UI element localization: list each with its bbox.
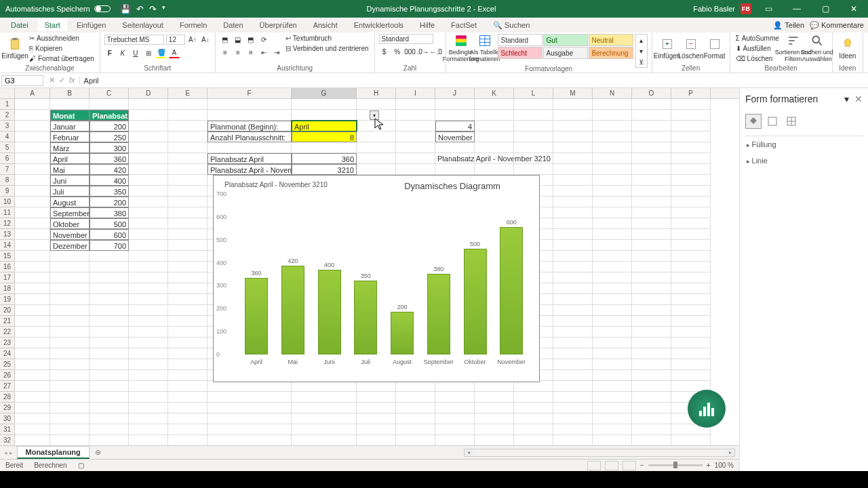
panel-dropdown-icon[interactable]: ▾ — [844, 94, 849, 104]
search-box[interactable]: 🔍Suchen — [486, 19, 536, 32]
cell[interactable] — [553, 131, 593, 142]
currency-icon[interactable]: $ — [379, 46, 390, 57]
cell[interactable] — [632, 348, 671, 359]
row-header[interactable]: 7 — [0, 164, 15, 175]
cell[interactable] — [129, 186, 168, 197]
cell[interactable]: Planabsatz — [90, 110, 129, 121]
cell[interactable]: 700 — [90, 240, 129, 251]
sheet-tab-active[interactable]: Monatsplanung — [17, 446, 90, 459]
cell[interactable] — [357, 153, 396, 164]
cell[interactable] — [632, 164, 671, 175]
cell[interactable] — [593, 186, 632, 197]
cell[interactable]: September — [50, 207, 90, 218]
cell[interactable] — [168, 110, 208, 121]
cell[interactable] — [514, 435, 553, 445]
cell[interactable] — [671, 175, 711, 186]
cell[interactable] — [475, 164, 514, 175]
cell[interactable] — [90, 294, 129, 305]
cell[interactable] — [632, 272, 671, 283]
cell[interactable] — [632, 392, 671, 403]
cell[interactable] — [15, 359, 50, 370]
cell[interactable] — [357, 164, 396, 175]
cell[interactable] — [553, 186, 593, 197]
indent-decrease-icon[interactable]: ⇤ — [258, 47, 269, 58]
cell[interactable] — [168, 424, 208, 435]
increase-font-icon[interactable]: A↑ — [187, 34, 198, 45]
cell[interactable] — [168, 283, 208, 294]
cell[interactable] — [168, 142, 208, 153]
cell[interactable] — [168, 197, 208, 207]
cell[interactable]: April — [50, 153, 90, 164]
cell[interactable] — [593, 370, 632, 381]
cell[interactable] — [129, 316, 168, 327]
column-header-L[interactable]: L — [514, 88, 553, 98]
cell[interactable] — [593, 283, 632, 294]
cell[interactable] — [671, 164, 711, 175]
cell[interactable] — [129, 370, 168, 381]
row-header[interactable]: 11 — [0, 207, 15, 218]
cell[interactable] — [396, 142, 435, 153]
cell[interactable] — [90, 99, 129, 110]
macro-record-icon[interactable]: ▢ — [78, 462, 84, 469]
cell[interactable] — [593, 424, 632, 435]
cell[interactable]: 600 — [90, 229, 129, 240]
cell[interactable] — [15, 327, 50, 338]
style-schlecht[interactable]: Schlecht — [498, 47, 542, 59]
cell[interactable] — [593, 403, 632, 413]
cell[interactable] — [292, 403, 357, 413]
cell[interactable] — [50, 294, 90, 305]
row-header[interactable]: 13 — [0, 229, 15, 240]
cell[interactable] — [475, 121, 514, 131]
cell[interactable] — [396, 392, 435, 403]
autosave-toggle[interactable]: Automatisches Speichern — [0, 5, 116, 13]
cell[interactable]: Juni — [50, 175, 90, 186]
tab-review[interactable]: Überprüfen — [253, 19, 304, 31]
cell[interactable] — [90, 338, 129, 348]
cell[interactable] — [396, 153, 435, 164]
row-header[interactable]: 14 — [0, 240, 15, 251]
sheet-nav-prev[interactable]: ◂ ▸ — [0, 449, 17, 456]
row-header[interactable]: 8 — [0, 175, 15, 186]
cell[interactable] — [168, 359, 208, 370]
cell[interactable] — [632, 110, 671, 121]
cell[interactable]: 8 — [292, 131, 357, 142]
cell[interactable] — [15, 305, 50, 316]
insert-cells-button[interactable]: +Einfügen — [656, 34, 678, 62]
cell[interactable] — [129, 435, 168, 445]
cell[interactable] — [90, 305, 129, 316]
cell[interactable] — [553, 207, 593, 218]
cell[interactable] — [671, 153, 711, 164]
cell[interactable]: Februar — [50, 131, 90, 142]
cell[interactable] — [168, 131, 208, 142]
cell[interactable] — [15, 370, 50, 381]
minimize-icon[interactable]: — — [785, 0, 808, 18]
cell[interactable] — [90, 251, 129, 262]
cell[interactable] — [129, 153, 168, 164]
cell[interactable] — [129, 283, 168, 294]
cell[interactable] — [50, 435, 90, 445]
cell[interactable] — [129, 359, 168, 370]
cell[interactable] — [593, 435, 632, 445]
cell[interactable]: 4 — [435, 121, 475, 131]
cell[interactable] — [671, 251, 711, 262]
cell[interactable] — [15, 131, 50, 142]
cell[interactable] — [208, 142, 292, 153]
cell[interactable] — [553, 348, 593, 359]
column-header-A[interactable]: A — [15, 88, 50, 98]
align-bottom-icon[interactable]: ⬒ — [245, 34, 256, 45]
cell[interactable]: Juli — [50, 186, 90, 197]
format-as-table-button[interactable]: Als Tabelle formatieren — [474, 34, 496, 62]
column-header-G[interactable]: G — [292, 88, 357, 98]
cell[interactable] — [671, 218, 711, 229]
cell[interactable] — [50, 262, 90, 272]
cell[interactable] — [90, 403, 129, 413]
cell[interactable] — [632, 370, 671, 381]
cell[interactable] — [514, 392, 553, 403]
qat-customize-icon[interactable]: ▾ — [162, 4, 165, 14]
cell[interactable] — [671, 338, 711, 348]
cell[interactable] — [514, 403, 553, 413]
cell[interactable]: November — [435, 131, 475, 142]
cell[interactable] — [208, 424, 292, 435]
cell[interactable] — [553, 305, 593, 316]
cell[interactable]: 350 — [90, 186, 129, 197]
